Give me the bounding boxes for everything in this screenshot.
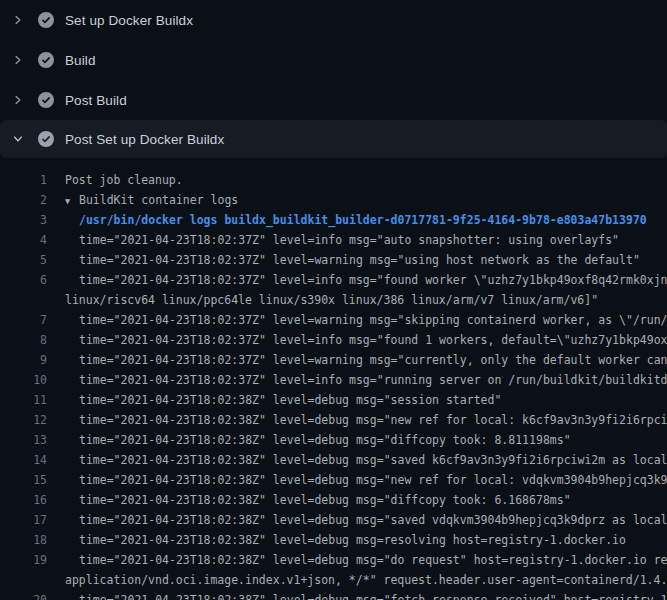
line-number[interactable]: 3 xyxy=(0,210,47,230)
log-text: application/vnd.oci.image.index.v1+json,… xyxy=(65,570,667,590)
check-circle-icon xyxy=(38,92,54,108)
line-number[interactable]: 10 xyxy=(0,370,47,390)
log-line: application/vnd.oci.image.index.v1+json,… xyxy=(0,570,667,590)
log-text: time="2021-04-23T18:02:37Z" level=info m… xyxy=(65,270,667,290)
log-line: 3/usr/bin/docker logs buildx_buildkit_bu… xyxy=(0,210,667,230)
log-line: 12time="2021-04-23T18:02:38Z" level=debu… xyxy=(0,410,667,430)
line-number[interactable]: 14 xyxy=(0,450,47,470)
log-lines: 1Post job cleanup.2▼BuildKit container l… xyxy=(0,158,667,600)
log-line: 16time="2021-04-23T18:02:38Z" level=debu… xyxy=(0,490,667,510)
step-label: Post Build xyxy=(65,93,127,108)
line-number[interactable]: 4 xyxy=(0,230,47,250)
log-text: time="2021-04-23T18:02:38Z" level=debug … xyxy=(65,490,571,510)
log-line: 4time="2021-04-23T18:02:37Z" level=info … xyxy=(0,230,667,250)
step-row-set-up-docker-buildx[interactable]: Set up Docker Buildx xyxy=(0,0,667,40)
log-line: linux/riscv64 linux/ppc64le linux/s390x … xyxy=(0,290,667,310)
line-number[interactable]: 19 xyxy=(0,550,47,570)
log-line: 8time="2021-04-23T18:02:37Z" level=info … xyxy=(0,330,667,350)
line-number xyxy=(0,570,47,590)
log-text: Post job cleanup. xyxy=(65,170,183,190)
log-text: time="2021-04-23T18:02:37Z" level=info m… xyxy=(65,230,619,250)
line-number[interactable]: 9 xyxy=(0,350,47,370)
line-number[interactable]: 2 xyxy=(0,190,47,210)
check-circle-icon xyxy=(38,12,54,28)
chevron-right-icon xyxy=(12,14,24,26)
chevron-right-icon xyxy=(12,94,24,106)
line-number[interactable]: 7 xyxy=(0,310,47,330)
log-line: 5time="2021-04-23T18:02:37Z" level=warni… xyxy=(0,250,667,270)
step-row-post-set-up-docker-buildx[interactable]: Post Set up Docker Buildx xyxy=(0,120,667,158)
log-line: 20time="2021-04-23T18:02:38Z" level=debu… xyxy=(0,590,667,600)
step-row-post-build[interactable]: Post Build xyxy=(0,80,667,120)
log-text: linux/riscv64 linux/ppc64le linux/s390x … xyxy=(65,290,598,310)
log-line: 17time="2021-04-23T18:02:38Z" level=debu… xyxy=(0,510,667,530)
log-text: time="2021-04-23T18:02:38Z" level=debug … xyxy=(65,470,667,490)
log-line: 7time="2021-04-23T18:02:37Z" level=warni… xyxy=(0,310,667,330)
line-number[interactable]: 5 xyxy=(0,250,47,270)
line-number[interactable]: 15 xyxy=(0,470,47,490)
log-group-toggle[interactable]: ▼BuildKit container logs xyxy=(65,190,238,210)
log-line: 9time="2021-04-23T18:02:37Z" level=warni… xyxy=(0,350,667,370)
line-number[interactable]: 1 xyxy=(0,170,47,190)
log-text: time="2021-04-23T18:02:38Z" level=debug … xyxy=(65,510,667,530)
line-number xyxy=(0,290,47,310)
line-number[interactable]: 8 xyxy=(0,330,47,350)
log-line: 10time="2021-04-23T18:02:37Z" level=info… xyxy=(0,370,667,390)
line-number[interactable]: 17 xyxy=(0,510,47,530)
chevron-right-icon xyxy=(12,54,24,66)
log-text: time="2021-04-23T18:02:38Z" level=debug … xyxy=(65,590,667,600)
log-line: 15time="2021-04-23T18:02:38Z" level=debu… xyxy=(0,470,667,490)
step-row-build[interactable]: Build xyxy=(0,40,667,80)
log-group-label: BuildKit container logs xyxy=(79,193,238,207)
log-command-text: /usr/bin/docker logs buildx_buildkit_bui… xyxy=(65,210,647,230)
line-number[interactable]: 11 xyxy=(0,390,47,410)
chevron-down-icon xyxy=(12,133,24,145)
log-line: 2▼BuildKit container logs xyxy=(0,190,667,210)
log-line: 18time="2021-04-23T18:02:38Z" level=debu… xyxy=(0,530,667,550)
log-text: time="2021-04-23T18:02:37Z" level=info m… xyxy=(65,330,667,350)
steps-list: Set up Docker Buildx Build Post Build Po… xyxy=(0,0,667,158)
log-text: time="2021-04-23T18:02:37Z" level=warnin… xyxy=(65,350,667,370)
log-line: 6time="2021-04-23T18:02:37Z" level=info … xyxy=(0,270,667,290)
log-line: 19time="2021-04-23T18:02:38Z" level=debu… xyxy=(0,550,667,570)
line-number[interactable]: 20 xyxy=(0,590,47,600)
log-text: time="2021-04-23T18:02:38Z" level=debug … xyxy=(65,410,667,430)
line-number[interactable]: 18 xyxy=(0,530,47,550)
step-label: Build xyxy=(65,53,96,68)
line-number[interactable]: 12 xyxy=(0,410,47,430)
line-number[interactable]: 16 xyxy=(0,490,47,510)
log-text: time="2021-04-23T18:02:38Z" level=debug … xyxy=(65,390,501,410)
log-line: 13time="2021-04-23T18:02:38Z" level=debu… xyxy=(0,430,667,450)
log-text: time="2021-04-23T18:02:38Z" level=debug … xyxy=(65,530,626,550)
step-label: Set up Docker Buildx xyxy=(65,13,193,28)
collapse-triangle-icon[interactable]: ▼ xyxy=(65,191,79,211)
check-circle-icon xyxy=(38,52,54,68)
log-text: time="2021-04-23T18:02:37Z" level=warnin… xyxy=(65,310,667,330)
log-line: 1Post job cleanup. xyxy=(0,170,667,190)
log-text: time="2021-04-23T18:02:38Z" level=debug … xyxy=(65,550,667,570)
log-line: 11time="2021-04-23T18:02:38Z" level=debu… xyxy=(0,390,667,410)
log-line: 14time="2021-04-23T18:02:38Z" level=debu… xyxy=(0,450,667,470)
log-text: time="2021-04-23T18:02:38Z" level=debug … xyxy=(65,450,667,470)
check-circle-icon xyxy=(38,131,54,147)
log-text: time="2021-04-23T18:02:38Z" level=debug … xyxy=(65,430,571,450)
step-label: Post Set up Docker Buildx xyxy=(65,132,224,147)
line-number[interactable]: 6 xyxy=(0,270,47,290)
log-text: time="2021-04-23T18:02:37Z" level=info m… xyxy=(65,370,667,390)
log-text: time="2021-04-23T18:02:37Z" level=warnin… xyxy=(65,250,640,270)
line-number[interactable]: 13 xyxy=(0,430,47,450)
